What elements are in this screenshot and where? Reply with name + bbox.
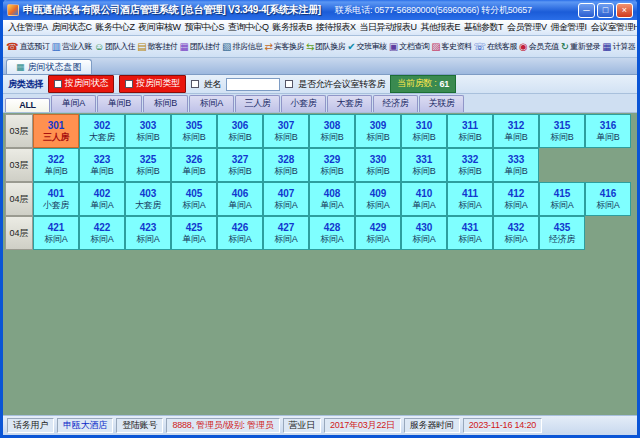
menu-item-commission-management[interactable]: 佣金管理I (549, 20, 589, 35)
type-tab-linked[interactable]: 关联房 (419, 95, 464, 112)
menu-item-meeting-room-management[interactable]: 会议室管理H (589, 20, 637, 35)
room-cell-428[interactable]: 428标间A (309, 216, 355, 250)
room-cell-322[interactable]: 322单间B (33, 148, 79, 182)
menu-item-pre-audit-center[interactable]: 预审中心S (183, 20, 227, 35)
room-cell-301[interactable]: 301三人房 (33, 114, 79, 148)
floor-label[interactable]: 03层 (5, 114, 33, 148)
room-cell-422[interactable]: 422标间A (79, 216, 125, 250)
tab-room-status-map[interactable]: ▦ 房间状态盘图 (6, 59, 92, 74)
room-cell-333[interactable]: 333单间B (493, 148, 539, 182)
menu-item-other-reports[interactable]: 其他报表E (419, 20, 463, 35)
room-cell-429[interactable]: 429标间A (355, 216, 401, 250)
room-cell-303[interactable]: 303标间B (125, 114, 171, 148)
type-tab-single-a[interactable]: 单间A (51, 95, 96, 112)
room-cell-416[interactable]: 416标间A (585, 182, 631, 216)
toolbar-button-calculator[interactable]: ▦计算器 (601, 39, 636, 54)
type-tab-all[interactable]: ALL (5, 98, 50, 112)
menu-item-room-status[interactable]: 房间状态C (50, 20, 94, 35)
menu-item-reception-reports[interactable]: 接待报表X (314, 20, 358, 35)
room-cell-409[interactable]: 409标间A (355, 182, 401, 216)
menu-item-billing-reports[interactable]: 账务报表B (271, 20, 315, 35)
toolbar-button-online-service[interactable]: ☏在线客服 (473, 39, 519, 54)
room-cell-425[interactable]: 425单间A (171, 216, 217, 250)
toolbar-button-direct-booking[interactable]: ☎直选预订 (5, 39, 50, 54)
toolbar-button-guest-room-change[interactable]: ⇄宾客换房 (264, 39, 305, 54)
toolbar-button-group-charge[interactable]: ▦团队挂付 (179, 39, 221, 54)
room-cell-325[interactable]: 325标间B (125, 148, 171, 182)
room-cell-331[interactable]: 331标间B (401, 148, 447, 182)
toolbar-button-guest-history[interactable]: ▨客史资料 (430, 39, 472, 54)
room-cell-405[interactable]: 405标间A (171, 182, 217, 216)
menu-item-daily-change-reports[interactable]: 当日异动报表U (358, 20, 419, 35)
floor-label[interactable]: 04层 (5, 182, 33, 216)
menu-item-checkin-management[interactable]: 入住管理A (6, 20, 50, 35)
room-cell-323[interactable]: 323单间B (79, 148, 125, 182)
room-cell-328[interactable]: 328标间B (263, 148, 309, 182)
type-tab-standard-b[interactable]: 标间B (143, 95, 188, 112)
toolbar-button-shift-audit[interactable]: ✔交班审核 (346, 39, 387, 54)
room-cell-315[interactable]: 315标间B (539, 114, 585, 148)
filter-by-status-button[interactable]: 按房间状态 (48, 75, 115, 93)
room-cell-302[interactable]: 302大套房 (79, 114, 125, 148)
floor-label[interactable]: 03层 (5, 148, 33, 182)
menu-item-night-audit[interactable]: 夜间审核W (137, 20, 183, 35)
room-cell-430[interactable]: 430标间A (401, 216, 447, 250)
room-cell-332[interactable]: 332标间B (447, 148, 493, 182)
maximize-button[interactable]: □ (597, 3, 614, 18)
type-tab-triple[interactable]: 三人房 (235, 95, 280, 112)
room-cell-427[interactable]: 427标间A (263, 216, 309, 250)
room-cell-307[interactable]: 307标间B (263, 114, 309, 148)
room-cell-329[interactable]: 329标间B (309, 148, 355, 182)
name-filter-input[interactable] (226, 78, 280, 91)
minimize-button[interactable]: ─ (578, 3, 595, 18)
room-cell-423[interactable]: 423标间A (125, 216, 171, 250)
room-cell-426[interactable]: 426标间A (217, 216, 263, 250)
toolbar-button-group-checkin[interactable]: ☺团队入住 (93, 39, 136, 54)
room-cell-421[interactable]: 421标间A (33, 216, 79, 250)
toolbar-button-room-assignment[interactable]: ▧排房信息 (221, 39, 263, 54)
type-tab-single-b[interactable]: 单间B (97, 95, 142, 112)
menu-item-basic-parameters[interactable]: 基础参数T (462, 20, 505, 35)
toolbar-button-exit[interactable]: ✖退出EC (636, 39, 637, 54)
room-cell-403[interactable]: 403大套房 (125, 182, 171, 216)
type-tab-big-suite[interactable]: 大套房 (327, 95, 372, 112)
room-cell-412[interactable]: 412标间A (493, 182, 539, 216)
toolbar-button-walkin-charge[interactable]: ▤散客挂付 (136, 39, 178, 54)
room-cell-410[interactable]: 410单间A (401, 182, 447, 216)
toolbar-button-relogin[interactable]: ↻重新登录 (560, 39, 601, 54)
toolbar-button-document-query[interactable]: ▣文档查询 (388, 39, 430, 54)
floor-label[interactable]: 04层 (5, 216, 33, 250)
menu-item-member-management[interactable]: 会员管理V (505, 20, 549, 35)
room-cell-432[interactable]: 432标间A (493, 216, 539, 250)
room-cell-401[interactable]: 401小套房 (33, 182, 79, 216)
room-cell-327[interactable]: 327标间B (217, 148, 263, 182)
room-cell-330[interactable]: 330标间B (355, 148, 401, 182)
close-button[interactable]: × (616, 3, 633, 18)
room-cell-312[interactable]: 312单间B (493, 114, 539, 148)
room-cell-326[interactable]: 326单间B (171, 148, 217, 182)
room-cell-431[interactable]: 431标间A (447, 216, 493, 250)
toolbar-button-member-recharge[interactable]: ◉会员充值 (518, 39, 560, 54)
room-cell-406[interactable]: 406单间A (217, 182, 263, 216)
room-cell-308[interactable]: 308标间B (309, 114, 355, 148)
room-cell-306[interactable]: 306标间B (217, 114, 263, 148)
room-cell-411[interactable]: 411标间A (447, 182, 493, 216)
menu-item-query-center[interactable]: 查询中心Q (226, 20, 271, 35)
type-tab-standard-a[interactable]: 标间A (189, 95, 234, 112)
filter-by-type-button[interactable]: 按房间类型 (119, 75, 186, 93)
room-cell-311[interactable]: 311标间B (447, 114, 493, 148)
toolbar-button-business-posting[interactable]: ▥营业入账 (50, 39, 92, 54)
allow-transfer-checkbox[interactable] (285, 80, 293, 88)
room-cell-408[interactable]: 408单间A (309, 182, 355, 216)
room-cell-407[interactable]: 407标间A (263, 182, 309, 216)
room-cell-435[interactable]: 435经济房 (539, 216, 585, 250)
room-cell-310[interactable]: 310标间B (401, 114, 447, 148)
type-tab-economy[interactable]: 经济房 (373, 95, 418, 112)
room-cell-305[interactable]: 305标间B (171, 114, 217, 148)
name-filter-checkbox[interactable] (191, 80, 199, 88)
type-tab-small-suite[interactable]: 小套房 (281, 95, 326, 112)
toolbar-button-group-room-change[interactable]: ⇆团队换房 (305, 39, 346, 54)
room-cell-316[interactable]: 316单间B (585, 114, 631, 148)
room-cell-415[interactable]: 415标间A (539, 182, 585, 216)
menu-item-billing-center[interactable]: 账务中心Z (94, 20, 137, 35)
